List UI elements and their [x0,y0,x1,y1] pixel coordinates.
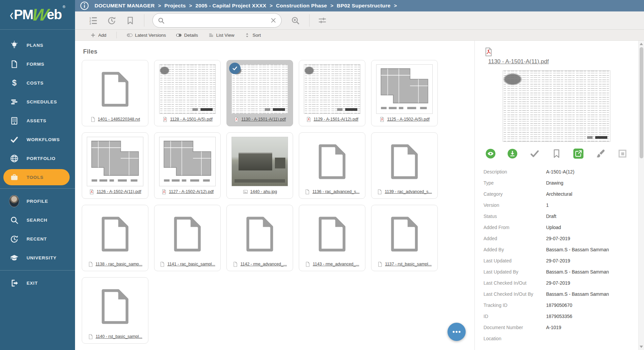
sidebar-item-search[interactable]: SEARCH [0,211,75,229]
file-tile-1130-a-1501-a-11-pdf[interactable]: 1130 - A-1501-A(11).pdf [226,60,293,126]
action-view[interactable] [486,149,496,159]
breadcrumb-item[interactable]: DOCUMENT MANAGER [95,3,155,8]
file-name-link[interactable]: 1142 - rme_advanced_... [240,262,287,266]
breadcrumb-item[interactable]: BP02 Superstructure [337,3,391,8]
file-name-link[interactable]: 1140 - rst_basic_sampl... [96,334,142,339]
file-tile-1140-rst-basic-sampl[interactable]: 1140 - rst_basic_sampl... [82,277,148,344]
file-tile-1401-1485220348-rvt[interactable]: 1401 - 1485220348.rvt [82,60,148,126]
file-name-link[interactable]: 1137 - rst_basic_sampl... [385,262,432,266]
sidebar-item-recent[interactable]: RECENT [0,229,75,248]
actionbar-button-add[interactable]: Add [90,32,106,38]
file-name-link[interactable]: 1440 - ahu.jpg [250,189,277,194]
clear-search-icon[interactable] [270,17,277,24]
actionbar-button-latest-versions[interactable]: Latest Versions [127,32,166,38]
file-name-link[interactable]: 1136 - rac_advanced_s... [312,189,359,194]
file-tile-1128-a-1501-a-5-pdf[interactable]: 1128 - A-1501-A(5).pdf [154,60,221,126]
file-name-link[interactable]: 1401 - 1485220348.rvt [98,117,140,122]
sidebar-item-plans[interactable]: PLANS [0,36,75,55]
file-tile-1142-rme-advanced[interactable]: 1142 - rme_advanced_... [226,205,293,271]
sidebar-item-tools[interactable]: TOOLS [3,169,70,185]
file-tile-1141-rac-basic-sampl[interactable]: 1141 - rac_basic_sampl... [154,205,221,271]
action-bookmark[interactable] [551,149,562,159]
action-markup[interactable] [596,149,606,159]
photo-equipment [239,153,272,170]
sidebar-item-workflows[interactable]: WORKFLOWS [0,130,75,149]
breadcrumb-segment: DOCUMENT MANAGER> [95,3,165,9]
breadcrumb-separator: > [330,3,333,8]
field-value: Draft [546,214,556,219]
file-tile-1129-a-1501-a-12-pdf[interactable]: 1129 - A-1501-A(12).pdf [299,60,365,126]
file-name-link[interactable]: 1130 - A-1501-A(11).pdf [241,117,286,122]
field-value: 29-07-2019 [546,236,570,241]
toolbar-button-bookmarks[interactable] [126,16,135,25]
detail-field-document-number: Document Number A-1019 [484,322,630,333]
scrollbar-up-arrow[interactable] [640,43,643,45]
file-tile-1137-rst-basic-sampl[interactable]: 1137 - rst_basic_sampl... [371,205,438,271]
file-name-link[interactable]: 1126 - A-1502-A(11).pdf [97,189,141,194]
document-preview[interactable] [503,70,610,142]
file-name-link[interactable]: 1143 - rme_advanced_... [313,262,359,266]
sidebar-item-forms[interactable]: FORMS [0,55,75,73]
file-tile-1143-rme-advanced[interactable]: 1143 - rme_advanced_... [299,205,365,271]
field-value: 29-07-2019 [546,258,570,263]
info-icon[interactable] [80,1,89,10]
file-name-link[interactable]: 1129 - A-1501-A(12).pdf [314,117,358,122]
detail-field-status: Status Draft [484,211,630,222]
file-name-link[interactable]: 1141 - rac_basic_sampl... [167,262,215,266]
detail-field-description: Description A-1501-A(12) [484,166,630,177]
file-tile-1139-rac-advanced-s[interactable]: 1139 - rac_advanced_s... [371,132,438,199]
field-label: Tracking ID [484,303,546,308]
action-approve[interactable] [530,149,540,159]
file-tile-1127-a-1502-a-12-pdf[interactable]: 1127 - A-1502-A(12).pdf [154,132,221,199]
breadcrumb-item[interactable]: Construction Phase [276,3,327,8]
scrollbar-down-arrow[interactable] [640,346,643,348]
action-save[interactable] [617,149,628,159]
actionbar-button-sort[interactable]: Sort [244,32,261,38]
file-name-row: 1129 - A-1501-A(12).pdf [299,115,365,126]
toolbar-button-recent[interactable] [107,16,116,25]
search-input[interactable] [168,18,270,23]
breadcrumb-item[interactable]: 2005 - Capital Project XXXX [195,3,266,8]
drawing-sheet-thumbnail [159,64,216,114]
action-check-out[interactable] [573,149,583,159]
file-name-link[interactable]: 1138 - rac_basic_samp... [96,262,142,266]
file-name-link[interactable]: 1128 - A-1501-A(5).pdf [170,117,212,122]
file-icon [88,261,94,267]
actionbar-label: List View [216,33,235,38]
file-tile-1125-a-1502-a-5-pdf[interactable]: 1125 - A-1502-A(5).pdf [371,60,438,126]
file-tile-1138-rac-basic-samp[interactable]: 1138 - rac_basic_samp... [82,205,148,271]
sidebar-item-assets[interactable]: ASSETS [0,111,75,130]
detail-field-last-checked-in-out: Last Checked In/Out 29-07-2019 [484,277,630,288]
breadcrumb-item[interactable]: Projects [165,3,186,8]
action-download[interactable] [507,149,517,159]
actionbar-button-list-view[interactable]: List View [208,32,235,38]
toolbar-button-checklist[interactable]: 123 [88,16,98,25]
generic-file-thumbnail [100,289,130,324]
files-grid: 1401 - 1485220348.rvt [75,60,474,344]
more-options-button[interactable] [448,323,466,341]
field-label: Category [484,191,546,197]
file-tile-1136-rac-advanced-s[interactable]: 1136 - rac_advanced_s... [299,132,365,199]
filter-settings-button[interactable] [318,16,327,25]
sidebar-item-schedules[interactable]: SCHEDULES [0,92,75,111]
sidebar-item-costs[interactable]: $ COSTS [0,73,75,92]
pmweb-logo[interactable]: ‹PMWeb® [0,0,75,30]
file-name-link[interactable]: 1139 - rac_advanced_s... [385,189,432,194]
sidebar-item-university[interactable]: UNIVERSITY [0,248,75,267]
field-value: Bassam.S - Bassam Samman [546,291,609,297]
file-tile-1440-ahu-jpg[interactable]: 1440 - ahu.jpg [226,132,293,199]
file-tile-1126-a-1502-a-11-pdf[interactable]: 1126 - A-1502-A(11).pdf [82,132,148,199]
sidebar-item-exit[interactable]: EXIT [0,274,75,292]
generic-file-thumbnail [317,217,347,252]
file-name-link[interactable]: 1125 - A-1502-A(5).pdf [387,117,429,122]
file-name-link[interactable]: 1127 - A-1502-A(12).pdf [169,189,214,194]
sidebar-item-profile[interactable]: PROFILE [0,192,75,211]
check-icon [9,134,19,145]
zoom-in-button[interactable] [291,16,300,25]
selected-file-name-link[interactable]: 1130 - A-1501-A(11).pdf [488,58,549,65]
vertical-scrollbar[interactable] [638,41,644,350]
actionbar-button-details[interactable]: Details [176,32,198,38]
sidebar-item-portfolio[interactable]: PORTFOLIO [0,149,75,168]
scrollbar-thumb[interactable] [640,47,643,158]
toolbar: 123 [75,11,644,30]
